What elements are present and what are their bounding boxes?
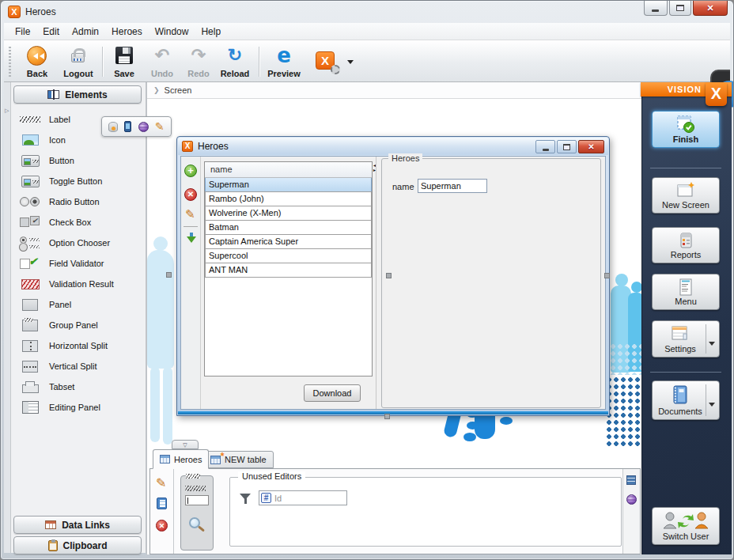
resize-handle[interactable] [384,414,390,419]
expand-arrow-icon[interactable]: ▷ [5,108,9,114]
dialog-app-icon: X [182,141,193,152]
table-row[interactable]: Captain America Super [205,234,372,249]
editing-panel-icon [22,401,39,414]
minimize-button[interactable] [644,1,668,16]
menu-window[interactable]: Window [149,25,195,39]
save-button[interactable]: Save [105,44,143,79]
dialog-restore-button[interactable] [557,140,577,153]
magnifier-icon[interactable] [189,517,200,528]
new-screen-button[interactable]: New Screen [652,177,720,214]
settings-button[interactable]: Settings [652,320,720,358]
back-button[interactable]: Back [18,44,56,79]
bottom-left-toolbar: ✎ ✕ [150,469,174,554]
menu-heroes[interactable]: Heroes [105,25,149,39]
unused-editors-group: Unused Editors # Id [229,477,622,547]
canvas-art-figure [150,367,160,442]
dialog-close-button[interactable]: ✕ [578,140,604,153]
name-field-input[interactable] [418,179,487,193]
element-item-field-validator[interactable]: Field Validator [11,253,146,274]
database-icon[interactable] [108,122,118,132]
filter-funnel-icon[interactable] [240,494,251,505]
orb-icon[interactable] [138,122,149,132]
menu-admin[interactable]: Admin [66,25,105,39]
element-item-tabset[interactable]: Tabset [11,376,146,397]
download-button[interactable]: Download [304,384,361,402]
fetch-rows-icon[interactable] [187,233,196,244]
element-item-group-panel[interactable]: Group Panel [11,315,146,335]
dialog-minimize-button[interactable] [535,140,555,153]
element-item-editing-panel[interactable]: Editing Panel [11,397,146,418]
add-record-button[interactable]: + [184,165,197,177]
tab-heroes[interactable]: Heroes [153,449,209,469]
elements-list: Label Icon Button Toggle Button Radio Bu… [11,109,146,418]
table-row-selected[interactable]: Superman [205,177,372,192]
pencil-icon[interactable]: ✎ [156,475,166,490]
element-item-check-box[interactable]: Check Box [11,212,146,233]
switch-user-button[interactable]: Switch User [652,507,720,545]
table-row[interactable]: Wolverine (X-Men) [205,206,372,221]
element-item-panel[interactable]: Panel [11,294,146,315]
logout-button[interactable]: Logout [59,44,97,79]
resize-handle[interactable] [166,272,172,278]
orb-icon[interactable] [626,494,637,505]
element-item-button[interactable]: Button [11,150,146,171]
mini-text-input[interactable] [185,495,209,505]
menu-file[interactable]: File [9,25,36,39]
element-item-toggle-button[interactable]: Toggle Button [11,171,146,191]
table-row[interactable]: Batman [205,220,372,235]
table-row[interactable]: Supercool [205,248,372,263]
table-row[interactable]: Rambo (John) [205,191,372,206]
delete-record-button[interactable]: ✕ [184,188,197,201]
mobile-icon[interactable] [124,121,131,132]
element-item-radio-button[interactable]: Radio Button [11,191,146,212]
search-panel-preview[interactable] [180,475,214,551]
preview-dialog-titlebar[interactable]: X Heroes ✕ [178,138,608,155]
toolbar-dropdown-caret[interactable] [347,60,354,67]
reload-button[interactable]: ↻ Reload [216,44,254,79]
element-item-horizontal-split[interactable]: Horizontal Split [11,335,146,356]
element-item-vertical-split[interactable]: Vertical Split [11,356,146,376]
layers-icon[interactable] [626,475,636,485]
element-item-validation-result[interactable]: Validation Result [11,274,146,294]
id-editor-field[interactable]: # Id [259,490,347,505]
resize-handle[interactable] [386,273,392,278]
pane-splitter[interactable] [376,157,376,409]
new-screen-icon [653,181,719,200]
id-editor-text: Id [274,494,282,503]
unused-editors-legend: Unused Editors [238,471,305,481]
table-row[interactable]: ANT MAN [205,263,372,278]
preview-button[interactable]: e Preview [265,44,303,79]
maximize-button[interactable] [669,1,691,16]
pencil-icon[interactable]: ✎ [155,121,165,132]
clipboard-button[interactable]: Clipboard [13,536,142,554]
option-chooser-icon [20,236,41,249]
pencil-icon[interactable]: ✎ [185,207,195,221]
reports-button[interactable]: Reports [652,227,720,263]
vision-app-button[interactable]: X [309,44,341,79]
menu-edit[interactable]: Edit [36,25,66,39]
resize-handle[interactable] [604,273,610,278]
element-item-option-chooser[interactable]: Option Chooser [11,233,146,253]
heroes-table: name Superman Rambo (John) Wolverine (X-… [204,161,373,376]
notebook-icon[interactable] [157,498,167,509]
elements-icon [47,90,59,99]
documents-button[interactable]: Documents [652,380,720,420]
tab-new-table[interactable]: * NEW table [203,451,274,468]
data-links-button[interactable]: Data Links [13,516,142,534]
close-button[interactable]: ✕ [693,1,728,16]
toolbar-grip[interactable] [9,47,11,77]
title-bar: X Heroes ✕ [1,1,733,23]
menu-button[interactable]: Menu [652,274,720,310]
toolbar-divider [184,226,198,227]
breadcrumb-screen[interactable]: Screen [165,85,192,95]
collapse-panel-button[interactable]: ▽ [172,440,199,449]
vision-x-logo[interactable]: X [706,82,727,106]
button-icon [21,155,40,167]
validation-result-icon [21,279,40,289]
delete-icon[interactable]: ✕ [156,520,168,532]
finish-button[interactable]: Finish [652,111,720,148]
elements-header-button[interactable]: Elements [13,85,142,104]
table-header-name[interactable]: name [205,162,372,178]
elements-panel: Elements Label Icon Button Toggle Button… [11,82,146,553]
menu-help[interactable]: Help [195,25,227,39]
